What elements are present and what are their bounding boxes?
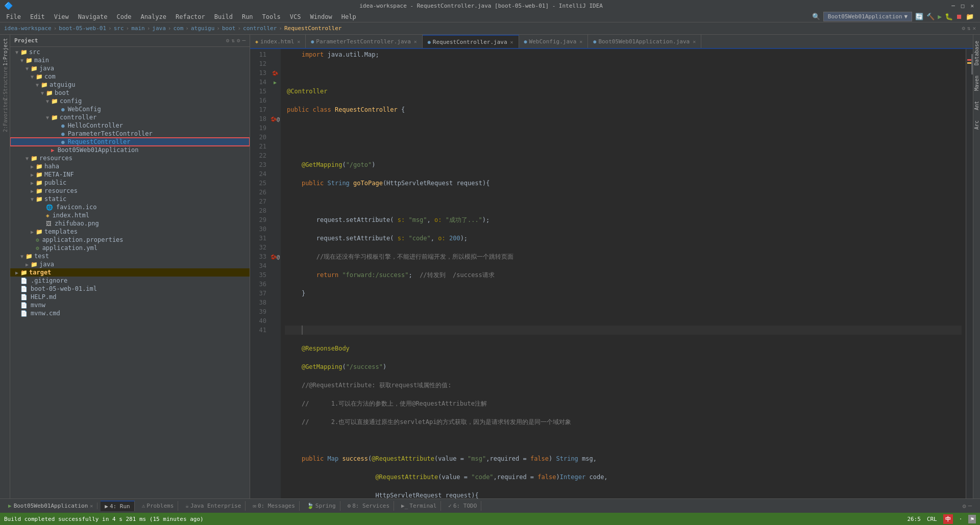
panel-sync-icon[interactable]: ⇅ xyxy=(231,37,235,44)
tab-close-ptc[interactable]: ✕ xyxy=(414,39,417,44)
tree-item-mvnw[interactable]: 📄mvnw xyxy=(10,301,250,309)
code-content[interactable]: import java.util.Map; @Controller public… xyxy=(281,49,966,498)
tree-item-webconfig[interactable]: ●WebConfig xyxy=(10,105,250,113)
run-tab-java-enterprise[interactable]: ☕ Java Enterprise xyxy=(181,501,246,511)
bc-atguigu[interactable]: atguigu xyxy=(191,25,214,32)
tree-item-iml[interactable]: 📄boot-05-web-01.iml xyxy=(10,285,250,293)
tree-item-com[interactable]: ▼📁com xyxy=(10,72,250,81)
menu-vcs[interactable]: VCS xyxy=(286,12,305,21)
bc-boot[interactable]: boot xyxy=(222,25,236,32)
tab-close-ba[interactable]: ✕ xyxy=(693,39,696,44)
sidebar-item-structure[interactable]: Z:Structure xyxy=(1,68,10,99)
tree-item-zhifubao[interactable]: 🖼zhifubao.png xyxy=(10,219,250,228)
tree-item-test[interactable]: ▼📁test xyxy=(10,252,250,260)
tree-item-mvnwcmd[interactable]: 📄mvnw.cmd xyxy=(10,309,250,317)
tree-item-target[interactable]: ▶📁target xyxy=(10,268,250,277)
tree-item-testjava[interactable]: ▶📁java xyxy=(10,260,250,268)
right-panel-database[interactable]: Database xyxy=(973,37,980,69)
files-icon[interactable]: 📁 xyxy=(966,13,974,20)
tree-item-main[interactable]: ▼📁main xyxy=(10,56,250,64)
bc-close-icon[interactable]: ✕ xyxy=(972,25,976,32)
tree-item-resources[interactable]: ▼📁resources xyxy=(10,154,250,162)
run-tab-todo[interactable]: ✓ 6: TODO xyxy=(444,501,481,511)
bottom-settings-icon[interactable]: ⚙ xyxy=(963,503,966,510)
tab-boot05app[interactable]: ● Boot05Web01Application.java ✕ xyxy=(588,35,701,48)
menu-edit[interactable]: Edit xyxy=(26,12,49,21)
tab-close-rc[interactable]: ✕ xyxy=(510,39,513,45)
tree-item-static[interactable]: ▼📁static xyxy=(10,195,250,203)
tree-item-helpmd[interactable]: 📄HELP.md xyxy=(10,293,250,301)
tree-item-appprops[interactable]: ⚙application.properties xyxy=(10,236,250,244)
tree-item-resources2[interactable]: ▶📁resources xyxy=(10,187,250,195)
status-position[interactable]: 26:5 xyxy=(907,516,921,522)
tree-item-src[interactable]: ▼📁src xyxy=(10,48,250,56)
debug-icon[interactable]: 🐛 xyxy=(945,13,953,20)
tree-item-templates[interactable]: ▶📁templates xyxy=(10,228,250,236)
tree-item-boot[interactable]: ▼📁boot xyxy=(10,89,250,97)
tab-parametertestcontroller[interactable]: ● ParameterTestController.java ✕ xyxy=(306,35,423,48)
run-tab-problems[interactable]: ⚠ Problems xyxy=(138,501,179,511)
right-panel-maven[interactable]: Maven xyxy=(973,71,980,95)
menu-analyze[interactable]: Analyze xyxy=(136,12,170,21)
tab-close-wc[interactable]: ✕ xyxy=(579,39,582,44)
tree-item-appyml[interactable]: ⚙application.yml xyxy=(10,244,250,252)
run-tab-messages[interactable]: ✉ 0: Messages xyxy=(249,501,299,511)
panel-settings-icon[interactable]: ⚙ xyxy=(226,37,230,44)
run-tab-spring[interactable]: 🍃 Spring xyxy=(303,501,340,511)
menu-help[interactable]: Help xyxy=(337,12,360,21)
panel-gear-icon[interactable]: ⚙ xyxy=(237,37,240,44)
menu-view[interactable]: View xyxy=(50,12,73,21)
tree-item-hellocontroller[interactable]: ●HelloController xyxy=(10,121,250,130)
menu-run[interactable]: Run xyxy=(238,12,257,21)
stop-icon[interactable]: ⏹ xyxy=(956,13,963,20)
tree-item-boot05app[interactable]: ▶Boot05Web01Application xyxy=(10,146,250,154)
menu-navigate[interactable]: Navigate xyxy=(74,12,112,21)
bottom-minimize-icon[interactable]: ─ xyxy=(968,503,972,510)
menu-window[interactable]: Window xyxy=(306,12,336,21)
right-panel-arc[interactable]: Arc xyxy=(973,116,980,134)
status-encoding[interactable]: CRL xyxy=(927,516,937,522)
tab-close-indexhtml[interactable]: ✕ xyxy=(297,39,300,44)
bc-controller[interactable]: controller xyxy=(243,25,277,32)
run-config-selector[interactable]: Boot05Web01Application ▼ xyxy=(823,12,912,21)
tree-item-haha[interactable]: ▶📁haha xyxy=(10,162,250,170)
bc-nav-icon[interactable]: ⇅ xyxy=(967,25,971,32)
run-tab-terminal[interactable]: ▶_ Terminal xyxy=(397,501,441,511)
minimize-button[interactable]: ─ xyxy=(949,3,957,9)
window-controls[interactable]: ─ □ ✕ xyxy=(949,3,976,9)
menu-tools[interactable]: Tools xyxy=(258,12,285,21)
tab-webconfig[interactable]: ● WebConfig.java ✕ xyxy=(519,35,589,48)
tab-requestcontroller[interactable]: ● RequestController.java ✕ xyxy=(423,35,519,48)
run-tab-close[interactable]: ✕ xyxy=(90,503,93,509)
run-tab-services[interactable]: ⚙ 8: Services xyxy=(344,501,394,511)
right-scroll-indicator[interactable] xyxy=(966,49,973,498)
maximize-button[interactable]: □ xyxy=(959,3,967,9)
tree-item-metainf[interactable]: ▶📁META-INF xyxy=(10,170,250,179)
tree-item-indexhtml[interactable]: ◈index.html xyxy=(10,211,250,219)
bc-src[interactable]: src xyxy=(114,25,124,32)
panel-minimize-icon[interactable]: ─ xyxy=(242,37,246,44)
tree-item-requestcontroller[interactable]: ●RequestController xyxy=(10,138,250,146)
menu-code[interactable]: Code xyxy=(113,12,136,21)
refresh-icon[interactable]: 🔄 xyxy=(915,13,923,20)
tree-item-config[interactable]: ▼📁config xyxy=(10,97,250,105)
bc-action-icon[interactable]: ⚙ xyxy=(962,25,965,32)
sidebar-item-favorites[interactable]: 2:Favorites xyxy=(1,100,10,131)
tree-item-controller[interactable]: ▼📁controller xyxy=(10,113,250,121)
tree-item-atguigu[interactable]: ▼📁atguigu xyxy=(10,81,250,89)
back-icon[interactable]: 🔍 xyxy=(812,13,820,20)
bc-project[interactable]: boot-05-web-01 xyxy=(59,25,106,32)
run-icon[interactable]: ▶ xyxy=(938,13,942,20)
bc-main[interactable]: main xyxy=(131,25,145,32)
tab-indexhtml[interactable]: ◈ index.html ✕ xyxy=(250,35,306,48)
run-tab-run[interactable]: ▶ 4: Run xyxy=(101,501,134,511)
close-button[interactable]: ✕ xyxy=(968,3,976,9)
menu-refactor[interactable]: Refactor xyxy=(172,12,209,21)
ime-symbol-indicator[interactable]: ⚑ xyxy=(968,515,976,523)
bc-java[interactable]: java xyxy=(152,25,166,32)
tree-item-gitignore[interactable]: 📄.gitignore xyxy=(10,277,250,285)
sidebar-item-project[interactable]: 1:Project xyxy=(1,37,10,67)
bc-com[interactable]: com xyxy=(173,25,183,32)
tree-item-parametertestcontroller[interactable]: ●ParameterTestController xyxy=(10,130,250,138)
build-icon[interactable]: 🔨 xyxy=(926,13,935,20)
